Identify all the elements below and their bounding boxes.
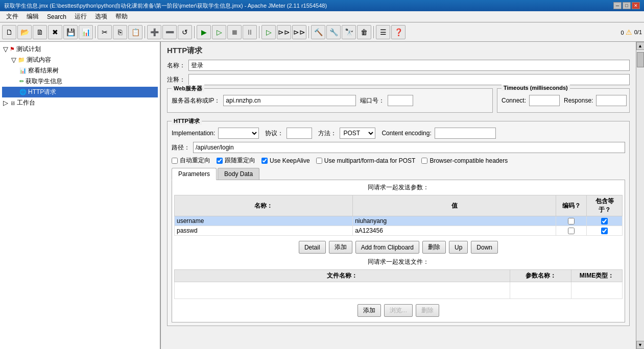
separator-4 xyxy=(259,26,259,38)
encoding-input[interactable] xyxy=(435,128,496,139)
browser-headers-checkbox[interactable] xyxy=(421,158,427,164)
search-button[interactable]: 🔭 xyxy=(342,25,356,39)
save-template-button[interactable]: 🗎 xyxy=(33,25,47,39)
remote-stop-all-button[interactable]: ⊳⊳ xyxy=(277,25,291,39)
file-name-cell xyxy=(175,282,510,299)
cut-button[interactable]: ✂ xyxy=(98,25,112,39)
multipart-checkbox[interactable] xyxy=(316,158,322,164)
add-file-button[interactable]: 添加 xyxy=(357,304,381,317)
shutdown-button[interactable]: ⏸ xyxy=(243,25,257,39)
comment-input[interactable] xyxy=(188,74,630,85)
multipart-label: Use multipart/form-data for POST xyxy=(324,157,416,164)
keep-alive-checkbox-label[interactable]: Use KeepAlive xyxy=(261,157,310,164)
tab-parameters[interactable]: Parameters xyxy=(172,168,217,180)
table-row[interactable]: passwd aA123456 xyxy=(175,226,623,236)
col-header-mime-type: MIME类型： xyxy=(571,270,623,282)
protocol-input[interactable] xyxy=(287,128,312,139)
method-select[interactable]: GET POST PUT DELETE PATCH xyxy=(340,128,375,139)
encoding-label: Content encoding: xyxy=(381,130,431,137)
detail-button[interactable]: Detail xyxy=(299,241,326,254)
tree-item-test-content[interactable]: ▽ 📁 测试内容 xyxy=(2,55,158,65)
tree-item-http-request[interactable]: 🌐 HTTP请求 xyxy=(2,87,158,97)
delete-file-button[interactable]: 删除 xyxy=(416,304,439,317)
clear-button[interactable]: 🗑 xyxy=(357,25,371,39)
name-input[interactable] xyxy=(188,60,630,71)
tree-item-result-tree[interactable]: 📊 察看结果树 xyxy=(2,65,158,76)
menu-help[interactable]: 帮助 xyxy=(111,11,132,22)
impl-row: Implementation: HttpClient4 HttpClient3.… xyxy=(172,128,625,139)
follow-redirect-checkbox[interactable] xyxy=(217,158,223,164)
menu-file[interactable]: 文件 xyxy=(2,11,22,22)
tree-item-get-student[interactable]: ✏ 获取学生信息 xyxy=(2,76,158,87)
test-content-icon: 📁 xyxy=(18,57,25,63)
delete-param-button[interactable]: 删除 xyxy=(422,241,446,254)
stop-button[interactable]: ⏹ xyxy=(227,25,242,39)
param-encode-checkbox-0[interactable] xyxy=(568,218,575,225)
scroll-thumb[interactable] xyxy=(637,52,644,67)
auto-redirect-checkbox[interactable] xyxy=(172,158,178,164)
browser-headers-checkbox-label[interactable]: Browser-compatible headers xyxy=(421,157,508,164)
tab-body-data[interactable]: Body Data xyxy=(218,168,259,180)
open-button[interactable]: 📂 xyxy=(17,25,32,39)
add-from-clipboard-button[interactable]: Add from Clipboard xyxy=(355,241,419,254)
up-button[interactable]: Up xyxy=(449,241,468,254)
timeouts-row: Connect: Response: xyxy=(502,95,625,106)
scroll-up-arrow[interactable]: ▲ xyxy=(636,42,645,50)
clear-all-button[interactable]: 🔧 xyxy=(326,25,341,39)
connect-input[interactable] xyxy=(529,95,560,106)
help-button[interactable]: ❓ xyxy=(391,25,406,39)
menu-options[interactable]: 选项 xyxy=(91,11,111,22)
response-input[interactable] xyxy=(596,95,627,106)
remove-button[interactable]: ➖ xyxy=(162,25,177,39)
path-input[interactable] xyxy=(193,142,625,153)
function-helper-button[interactable]: 🔨 xyxy=(311,25,325,39)
separator-3 xyxy=(194,26,195,38)
keep-alive-checkbox[interactable] xyxy=(261,158,268,164)
keep-alive-label: Use KeepAlive xyxy=(270,157,310,164)
remote-exit-all-button[interactable]: ⊳⊳ xyxy=(292,25,306,39)
copy-button[interactable]: ⎘ xyxy=(113,25,127,39)
menu-edit[interactable]: 编辑 xyxy=(22,11,43,22)
multipart-checkbox-label[interactable]: Use multipart/form-data for POST xyxy=(316,157,416,164)
reset-button[interactable]: ↺ xyxy=(178,25,192,39)
menu-run[interactable]: 运行 xyxy=(70,11,91,22)
auto-redirect-checkbox-label[interactable]: 自动重定向 xyxy=(172,156,210,165)
close-button[interactable]: ✕ xyxy=(632,2,640,9)
paste-button[interactable]: 📋 xyxy=(128,25,142,39)
remote-start-all-button[interactable]: ▷ xyxy=(261,25,276,39)
add-button[interactable]: ➕ xyxy=(147,25,161,39)
title-bar: 获取学生信息.jmx (E:\besttest\python\python自动化… xyxy=(0,0,644,11)
implementation-select[interactable]: HttpClient4 HttpClient3.1 Java xyxy=(218,128,259,139)
toolbar-report-button[interactable]: 📊 xyxy=(79,25,93,39)
scroll-down-arrow[interactable]: ▼ xyxy=(636,341,645,349)
file-buttons-row: 添加 浏览... 删除 xyxy=(174,301,623,320)
server-input[interactable] xyxy=(223,95,356,106)
down-button[interactable]: Down xyxy=(471,241,498,254)
implementation-label: Implementation: xyxy=(172,130,215,137)
param-include-cell xyxy=(587,216,623,226)
revert-button[interactable]: ✖ xyxy=(48,25,62,39)
files-section-header: 同请求一起发送文件： xyxy=(174,257,623,267)
maximize-button[interactable]: □ xyxy=(623,2,631,9)
name-row: 名称： xyxy=(167,60,630,71)
table-row[interactable]: username niuhanyang xyxy=(175,216,623,226)
start-button[interactable]: ▶ xyxy=(197,25,211,39)
title-bar-text: 获取学生信息.jmx (E:\besttest\python\python自动化… xyxy=(4,2,327,10)
tree-item-test-plan[interactable]: ▽ ⚑ 测试计划 xyxy=(2,44,158,55)
browse-button[interactable]: 浏览... xyxy=(384,304,413,317)
tree-item-workbench[interactable]: ▷ 🖥 工作台 xyxy=(2,97,158,108)
log-toggle-button[interactable]: ☰ xyxy=(376,25,390,39)
follow-redirect-checkbox-label[interactable]: 跟随重定向 xyxy=(217,156,255,165)
add-param-button[interactable]: 添加 xyxy=(329,241,352,254)
start-no-pause-button[interactable]: ▷ xyxy=(212,25,226,39)
port-input[interactable] xyxy=(388,95,413,106)
save-button[interactable]: 💾 xyxy=(63,25,78,39)
param-encode-checkbox-1[interactable] xyxy=(568,228,575,234)
minimize-button[interactable]: ─ xyxy=(613,2,622,9)
param-include-checkbox-0[interactable] xyxy=(601,218,608,225)
new-button[interactable]: 🗋 xyxy=(2,25,16,39)
col-header-include: 包含等于？ xyxy=(587,195,623,216)
menu-search[interactable]: Search xyxy=(43,12,70,21)
param-include-checkbox-1[interactable] xyxy=(601,228,608,234)
tree-item-test-content-label: 测试内容 xyxy=(27,56,51,64)
